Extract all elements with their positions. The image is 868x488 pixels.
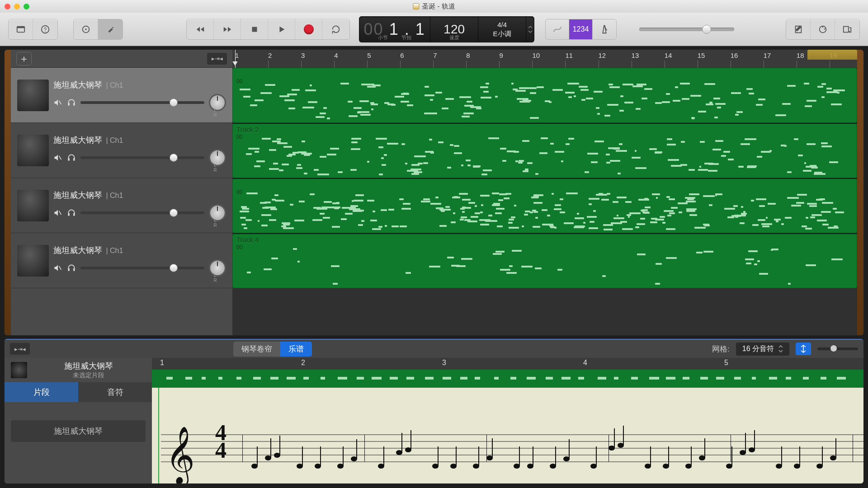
editor-ruler[interactable]: 12345 — [152, 358, 863, 370]
region-pane[interactable]: 00Track 20000Track 400 — [232, 68, 857, 335]
track-volume-thumb[interactable] — [170, 209, 178, 217]
quickhelp-button[interactable]: ? — [33, 19, 57, 39]
horizontal-zoom-slider[interactable] — [817, 347, 858, 350]
window-controls — [5, 4, 29, 9]
ruler-measure: 15 — [698, 52, 705, 59]
headphones-icon[interactable] — [67, 263, 76, 272]
display-mode-seg: 1234 — [545, 19, 617, 40]
track-header[interactable]: 施坦威大钢琴 | Ch1L R — [11, 233, 232, 288]
svg-point-5 — [85, 28, 87, 30]
track-volume-slider[interactable] — [80, 267, 204, 269]
treble-clef-icon: 𝄞 — [165, 427, 195, 483]
forward-button[interactable] — [214, 19, 241, 39]
headphones-icon[interactable] — [67, 208, 76, 217]
grid-dropdown[interactable]: 16 分音符 — [736, 343, 789, 356]
track-volume-slider[interactable] — [80, 156, 204, 159]
minimize-icon[interactable] — [14, 4, 20, 9]
vertical-autozoom-button[interactable] — [796, 343, 811, 355]
transport — [186, 19, 350, 40]
smart-controls-button[interactable] — [74, 19, 98, 39]
midi-region[interactable]: Track 400 — [232, 233, 857, 288]
editor-catch-button[interactable]: ▸⇥◂ — [10, 343, 30, 355]
editor-instrument-header: 施坦威大钢琴 未选定片段 — [5, 358, 152, 382]
catch-playhead-button[interactable]: ▸⇥◂ — [207, 53, 227, 65]
lcd-tempo[interactable]: 120 速度 — [430, 16, 478, 42]
score-view[interactable]: 𝄞44 — [152, 388, 863, 483]
mute-icon[interactable] — [53, 153, 62, 162]
mute-icon[interactable] — [53, 263, 62, 272]
notepad-button[interactable] — [786, 19, 811, 39]
svg-rect-19 — [68, 213, 70, 216]
editor-inspector: 施坦威大钢琴 未选定片段 片段 音符 施坦威大钢琴 — [5, 358, 152, 483]
lcd-sig-key[interactable]: 4/4 E小调 — [478, 16, 526, 42]
ruler-measure: 11 — [565, 52, 573, 59]
ruler-measure: 16 — [731, 52, 738, 59]
track-volume-thumb[interactable] — [170, 154, 178, 162]
tab-note[interactable]: 音符 — [78, 382, 152, 402]
svg-rect-23 — [73, 268, 75, 271]
track-header[interactable]: 施坦威大钢琴 | Ch1L R — [11, 178, 232, 233]
master-volume-slider[interactable] — [639, 28, 734, 31]
countin-button[interactable]: 1234 — [569, 19, 593, 39]
add-track-button[interactable]: ＋ — [16, 52, 32, 66]
arrange-ruler[interactable]: 12345678910111213141516171819 — [232, 50, 857, 68]
midi-region[interactable]: 00 — [232, 178, 857, 233]
editor-region-strip[interactable] — [152, 370, 863, 388]
playhead[interactable] — [235, 50, 236, 68]
ruler-measure: 9 — [499, 52, 503, 59]
track-header[interactable]: 施坦威大钢琴 | Ch1L R — [11, 68, 232, 123]
automation-curve-button[interactable] — [546, 19, 569, 39]
lcd-position[interactable]: 00 1 . 1 小节节拍 — [359, 16, 430, 42]
track-volume-thumb[interactable] — [170, 264, 178, 272]
grid-value: 16 分音符 — [742, 344, 774, 354]
ruler-measure: 6 — [400, 52, 404, 59]
ruler-measure: 18 — [797, 52, 804, 59]
mute-icon[interactable] — [53, 98, 62, 107]
editor-instr-sub: 未选定片段 — [73, 371, 104, 380]
lcd-dropdown[interactable] — [526, 16, 534, 42]
wood-right — [857, 50, 863, 335]
track-volume-thumb[interactable] — [170, 99, 178, 107]
editor-stage: 12345 𝄞44 — [152, 358, 863, 483]
track-rows: 施坦威大钢琴 | Ch1L R施坦威大钢琴 | Ch1L R施坦威大钢琴 | C… — [11, 68, 857, 335]
track-channel: | Ch1 — [104, 247, 123, 254]
editors-button[interactable] — [98, 19, 123, 39]
track-list: 施坦威大钢琴 | Ch1L R施坦威大钢琴 | Ch1L R施坦威大钢琴 | C… — [11, 68, 232, 335]
cycle-button[interactable] — [322, 19, 349, 39]
play-button[interactable] — [268, 19, 295, 39]
track-channel: | Ch1 — [104, 192, 123, 199]
editor-panel: ▸⇥◂ 钢琴卷帘 乐谱 网格: 16 分音符 施坦威大 — [5, 339, 863, 483]
ruler-measure: 12 — [599, 52, 606, 59]
close-icon[interactable] — [5, 4, 10, 9]
maximize-icon[interactable] — [24, 4, 29, 9]
headphones-icon[interactable] — [67, 153, 76, 162]
track-volume-slider[interactable] — [80, 101, 204, 104]
master-volume-thumb[interactable] — [702, 25, 711, 34]
tab-score[interactable]: 乐谱 — [280, 342, 312, 357]
editor-view-seg: 钢琴卷帘 乐谱 — [233, 342, 312, 357]
tab-pianoroll[interactable]: 钢琴卷帘 — [233, 342, 280, 357]
rewind-button[interactable] — [187, 19, 214, 39]
track-name: 施坦威大钢琴 — [53, 80, 102, 89]
media-button[interactable] — [835, 19, 859, 39]
time-signature: 44 — [215, 424, 226, 459]
cycle-region[interactable] — [807, 50, 857, 60]
loops-button[interactable] — [811, 19, 835, 39]
mute-icon[interactable] — [53, 208, 62, 217]
tab-region[interactable]: 片段 — [5, 382, 78, 402]
library-button[interactable] — [9, 19, 33, 39]
svg-line-18 — [59, 211, 61, 214]
track-name: 施坦威大钢琴 — [53, 246, 102, 255]
record-button[interactable] — [295, 19, 322, 39]
horizontal-zoom-thumb[interactable] — [830, 345, 837, 352]
svg-line-12 — [59, 100, 61, 104]
stop-button[interactable] — [241, 19, 268, 39]
editor-ruler-measure: 2 — [301, 359, 305, 367]
svg-rect-14 — [73, 103, 75, 105]
track-header[interactable]: 施坦威大钢琴 | Ch1L R — [11, 123, 232, 178]
midi-region[interactable]: 00 — [232, 68, 857, 123]
headphones-icon[interactable] — [67, 98, 76, 107]
track-volume-slider[interactable] — [80, 211, 204, 214]
midi-region[interactable]: Track 200 — [232, 123, 857, 178]
metronome-button[interactable] — [593, 19, 616, 39]
